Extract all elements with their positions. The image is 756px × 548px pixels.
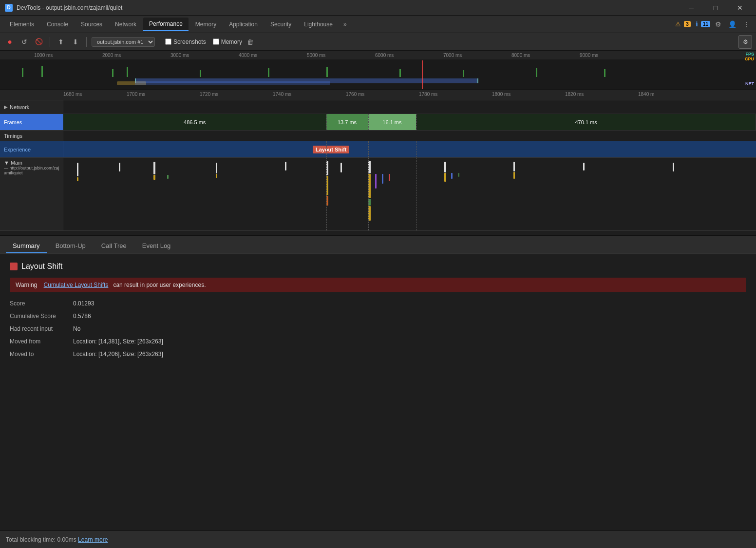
main-dashed-3 bbox=[416, 158, 417, 230]
info-icon: ℹ bbox=[696, 20, 698, 28]
network-content bbox=[63, 100, 756, 113]
field-moved-to-value: Location: [14,206], Size: [263x263] bbox=[73, 350, 746, 359]
maximize-button[interactable]: □ bbox=[704, 0, 727, 16]
field-score-value: 0.01293 bbox=[73, 299, 746, 308]
title-bar: D DevTools - output.jsbin.com/zajamil/qu… bbox=[0, 0, 756, 16]
memory-group: Memory bbox=[213, 38, 242, 45]
frames-row: Frames 486.5 ms 13.7 ms 16.1 ms 470.1 ms bbox=[0, 114, 756, 131]
layout-shift-badge[interactable]: Layout Shift bbox=[313, 146, 350, 153]
experience-row: Experience Layout Shift bbox=[0, 141, 756, 158]
tab-summary[interactable]: Summary bbox=[6, 238, 47, 253]
reload-button[interactable]: ↺ bbox=[19, 36, 30, 48]
flame-6 bbox=[167, 175, 169, 179]
ruler-1740: 1740 ms bbox=[273, 92, 291, 97]
flame-14 bbox=[368, 161, 371, 173]
frame-1-text: 486.5 ms bbox=[184, 119, 206, 125]
trash-button[interactable]: 🗑 bbox=[245, 36, 256, 48]
status-bar: Total blocking time: 0.00ms Learn more bbox=[0, 530, 756, 548]
frame-4-text: 470.1 ms bbox=[575, 119, 597, 125]
memory-checkbox[interactable] bbox=[213, 38, 219, 45]
toolbar-separator-3 bbox=[160, 37, 160, 47]
tick-4000: 4000 ms bbox=[239, 53, 257, 58]
screenshots-label[interactable]: Screenshots bbox=[173, 38, 206, 45]
more-options-icon[interactable]: ⋮ bbox=[741, 19, 752, 30]
flame-1 bbox=[77, 163, 78, 176]
network-label: ▶ Network bbox=[0, 100, 63, 113]
timings-label: Timings bbox=[0, 131, 63, 141]
flame-13 bbox=[340, 163, 342, 172]
error-count: 11 bbox=[701, 21, 710, 27]
timings-content bbox=[63, 131, 756, 141]
timeline-overview[interactable]: 1000 ms 2000 ms 3000 ms 4000 ms 5000 ms … bbox=[0, 51, 756, 90]
field-moved-to-label: Moved to bbox=[10, 350, 73, 359]
tab-security[interactable]: Security bbox=[265, 18, 297, 31]
main-content bbox=[63, 158, 756, 230]
tab-call-tree[interactable]: Call Tree bbox=[94, 238, 133, 253]
flame-12 bbox=[326, 196, 328, 206]
flame-15 bbox=[368, 174, 371, 198]
tab-performance[interactable]: Performance bbox=[143, 18, 189, 31]
source-select[interactable]: output.jsbin.com #1 bbox=[92, 37, 155, 47]
exp-dashed-3 bbox=[416, 141, 417, 157]
more-tabs-button[interactable]: » bbox=[340, 18, 351, 31]
tick-5000: 5000 ms bbox=[307, 53, 325, 58]
flame-21 bbox=[444, 162, 446, 172]
tab-network[interactable]: Network bbox=[109, 18, 142, 31]
ruler-1840: 1840 m bbox=[638, 92, 654, 97]
upload-button[interactable]: ⬆ bbox=[55, 36, 67, 48]
net-label: NET bbox=[745, 81, 754, 86]
tab-event-log[interactable]: Event Log bbox=[135, 238, 178, 253]
flame-2 bbox=[77, 177, 78, 181]
flame-9 bbox=[285, 162, 286, 170]
screenshots-checkbox[interactable] bbox=[165, 38, 171, 45]
warning-link[interactable]: Cumulative Layout Shifts bbox=[44, 282, 109, 288]
tick-3000: 3000 ms bbox=[170, 53, 189, 58]
flame-24 bbox=[458, 173, 459, 177]
experience-text: Experience bbox=[4, 147, 31, 152]
ruler-1700: 1700 ms bbox=[127, 92, 145, 97]
overview-ruler: 1000 ms 2000 ms 3000 ms 4000 ms 5000 ms … bbox=[0, 51, 756, 59]
exp-dashed-2 bbox=[368, 141, 369, 157]
screenshots-group: Screenshots bbox=[165, 38, 206, 45]
fps-label: FPS bbox=[745, 52, 754, 57]
learn-more-link[interactable]: Learn more bbox=[78, 536, 108, 543]
timings-row: Timings bbox=[0, 131, 756, 141]
frame-block-1: 486.5 ms bbox=[63, 114, 326, 130]
frame-block-2: 13.7 ms bbox=[326, 114, 368, 130]
title-bar-title: DevTools - output.jsbin.com/zajamil/quie… bbox=[17, 4, 676, 11]
toolbar-separator-1 bbox=[50, 37, 50, 47]
ruler-1780: 1780 ms bbox=[419, 92, 437, 97]
record-button[interactable]: ● bbox=[4, 36, 16, 48]
tab-application[interactable]: Application bbox=[223, 18, 264, 31]
flame-22 bbox=[444, 173, 446, 182]
minimize-button[interactable]: ─ bbox=[680, 0, 702, 16]
user-icon[interactable]: 👤 bbox=[726, 19, 738, 30]
flame-10 bbox=[326, 161, 328, 175]
flame-18 bbox=[389, 174, 390, 181]
tab-memory[interactable]: Memory bbox=[189, 18, 222, 31]
bottom-tabs: Summary Bottom-Up Call Tree Event Log bbox=[0, 236, 756, 254]
title-bar-controls: ─ □ ✕ bbox=[680, 0, 751, 16]
info-grid: Score 0.01293 Cumulative Score 0.5786 Ha… bbox=[10, 299, 746, 359]
timings-text: Timings bbox=[4, 133, 22, 139]
flame-4 bbox=[153, 162, 155, 174]
tab-elements[interactable]: Elements bbox=[4, 18, 40, 31]
timeline-detail: 1680 ms 1700 ms 1720 ms 1740 ms 1760 ms … bbox=[0, 90, 756, 236]
tab-bottom-up[interactable]: Bottom-Up bbox=[49, 238, 93, 253]
tab-sources[interactable]: Sources bbox=[75, 18, 108, 31]
ruler-1680: 1680 ms bbox=[63, 92, 82, 97]
download-button[interactable]: ⬇ bbox=[70, 36, 81, 48]
tab-lighthouse[interactable]: Lighthouse bbox=[298, 18, 339, 31]
flame-3 bbox=[119, 163, 120, 171]
panel-settings-button[interactable]: ⚙ bbox=[738, 35, 752, 49]
memory-label[interactable]: Memory bbox=[221, 38, 242, 45]
network-row[interactable]: ▶ Network bbox=[0, 100, 756, 114]
close-button[interactable]: ✕ bbox=[729, 0, 751, 16]
tab-console[interactable]: Console bbox=[41, 18, 74, 31]
ruler-1820: 1820 ms bbox=[565, 92, 584, 97]
tick-6000: 6000 ms bbox=[375, 53, 394, 58]
status-text: Total blocking time: 0.00ms bbox=[6, 536, 76, 543]
settings-icon[interactable]: ⚙ bbox=[713, 19, 723, 30]
tab-bar: Elements Console Sources Network Perform… bbox=[0, 16, 756, 33]
clear-button[interactable]: 🚫 bbox=[33, 36, 45, 48]
